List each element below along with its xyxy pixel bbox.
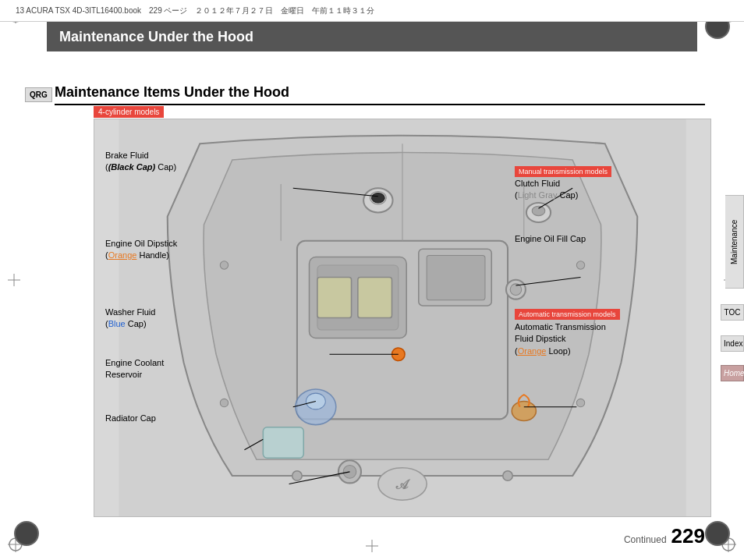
brake-fluid-label: Brake Fluid ((Black Cap) Cap) bbox=[105, 150, 176, 174]
svg-point-41 bbox=[343, 466, 356, 479]
svg-rect-31 bbox=[263, 427, 303, 458]
top-bar: 13 ACURA TSX 4D-3ITL16400.book 229 ページ ２… bbox=[0, 0, 744, 22]
svg-point-30 bbox=[306, 393, 325, 409]
washer-fluid-cap: (Blue Cap) bbox=[105, 319, 147, 328]
clutch-fluid-cap: (Light Gray Cap) bbox=[515, 190, 578, 200]
svg-point-38 bbox=[510, 284, 522, 296]
auto-trans-dipstick-label: Automatic Transmission Fluid Dipstick (O… bbox=[515, 321, 606, 357]
toc-tab[interactable]: TOC bbox=[721, 304, 744, 321]
engine-coolant-label: Engine Coolant Reservoir bbox=[105, 357, 164, 381]
svg-rect-26 bbox=[317, 278, 352, 318]
svg-point-34 bbox=[372, 193, 385, 203]
svg-point-36 bbox=[532, 206, 545, 215]
svg-rect-27 bbox=[358, 278, 392, 318]
cross-mark-left bbox=[6, 272, 22, 288]
auto-trans-tag: Automatic transmission models bbox=[515, 309, 620, 320]
clutch-fluid-label: Clutch Fluid (Light Gray Cap) bbox=[515, 178, 578, 202]
section-title: Maintenance Items Under the Hood bbox=[55, 84, 705, 105]
model-tag: 4-cylinder models bbox=[94, 106, 164, 118]
qrg-tab: QRG bbox=[25, 87, 52, 102]
continued-text: Continued bbox=[624, 534, 667, 545]
engine-oil-fill-label: Engine Oil Fill Cap bbox=[515, 234, 586, 243]
svg-rect-23 bbox=[427, 256, 485, 300]
svg-point-49 bbox=[292, 471, 302, 480]
title-text: Maintenance Under the Hood bbox=[59, 29, 253, 45]
page-footer: Continued 229 bbox=[624, 524, 705, 548]
manual-trans-tag: Manual transmission models bbox=[515, 166, 611, 177]
dark-circle-br bbox=[705, 521, 730, 546]
cross-mark-bottom bbox=[364, 538, 380, 554]
svg-point-46 bbox=[576, 261, 584, 269]
maintenance-sidebar-label: Maintenance bbox=[725, 195, 744, 289]
top-bar-text: 13 ACURA TSX 4D-3ITL16400.book 229 ページ ２… bbox=[16, 5, 374, 16]
title-bar: Maintenance Under the Hood bbox=[47, 22, 697, 51]
engine-oil-dipstick-label: Engine Oil Dipstick (Orange Handle) bbox=[105, 238, 177, 262]
brake-fluid-cap: ((Black Cap) Cap) bbox=[105, 162, 176, 172]
svg-point-45 bbox=[220, 261, 228, 269]
auto-fluid-loop: (Orange Loop) bbox=[515, 346, 571, 356]
dark-circle-bl bbox=[14, 521, 39, 546]
washer-fluid-label: Washer Fluid (Blue Cap) bbox=[105, 307, 155, 331]
engine-oil-handle: (Orange Handle) bbox=[105, 250, 169, 260]
svg-point-47 bbox=[220, 399, 228, 406]
radiator-cap-label: Radiator Cap bbox=[105, 413, 156, 423]
home-tab[interactable]: Home bbox=[721, 365, 744, 381]
svg-point-50 bbox=[503, 471, 512, 480]
index-tab[interactable]: Index bbox=[721, 335, 744, 352]
page-number: 229 bbox=[671, 524, 705, 548]
svg-point-39 bbox=[512, 401, 536, 420]
svg-point-48 bbox=[576, 399, 584, 406]
